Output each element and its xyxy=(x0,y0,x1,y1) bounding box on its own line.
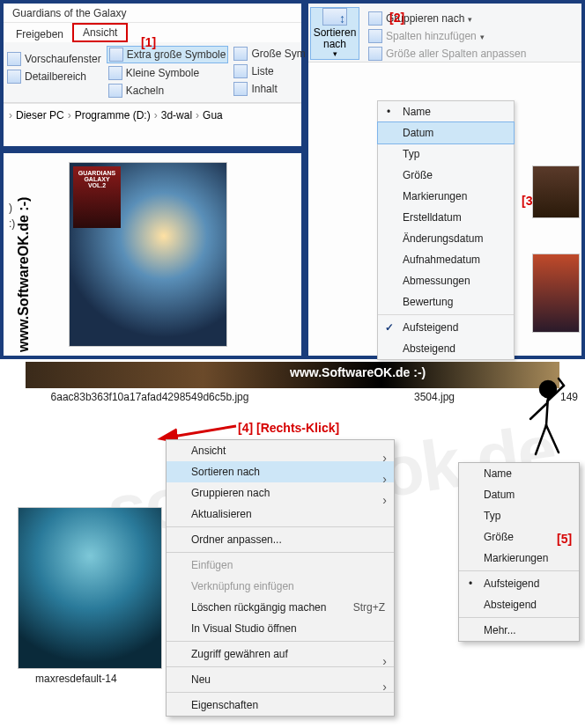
separator xyxy=(378,314,514,315)
chevron-right-icon: › xyxy=(154,109,158,121)
sort-descending[interactable]: Absteigend xyxy=(378,338,514,359)
separator xyxy=(167,641,394,642)
thumbnail-groot-2[interactable] xyxy=(18,507,162,669)
chevron-right-icon: › xyxy=(196,109,199,121)
ctx-undo-delete[interactable]: Löschen rückgängig machenStrg+Z xyxy=(167,597,394,618)
crumb-folder[interactable]: 3d-wal xyxy=(161,109,192,121)
ctx2-ascending[interactable]: Aufsteigend xyxy=(459,573,579,594)
sm-icon xyxy=(108,66,122,80)
thumbnail-groot[interactable]: GUARDIANS GALAXY VOL.2 xyxy=(69,162,227,347)
tile-icon xyxy=(108,84,122,98)
sort-ascending[interactable]: Aufsteigend xyxy=(378,317,514,338)
ctx-group[interactable]: Gruppieren nach xyxy=(167,482,394,504)
autosize-columns-button[interactable]: Größe aller Spalten anpassen xyxy=(367,46,528,62)
tab-freigeben[interactable]: Freigeben xyxy=(7,26,72,42)
view-small[interactable]: Kleine Symbole xyxy=(107,65,229,81)
sort-rating[interactable]: Bewertung xyxy=(378,291,514,313)
annotation-2: [2] xyxy=(389,11,404,25)
sort-by-button[interactable]: Sortieren nach▾ xyxy=(310,7,359,60)
separator xyxy=(167,666,394,667)
sort-size[interactable]: Größe xyxy=(378,165,514,186)
thumbnail-strip[interactable]: www.SoftwareOK.de :-) xyxy=(26,362,559,388)
ctx-open-vs[interactable]: In Visual Studio öffnen xyxy=(167,618,394,639)
separator xyxy=(167,552,394,553)
crumb-pc[interactable]: Dieser PC xyxy=(16,109,64,121)
xl-icon xyxy=(109,48,123,62)
separator xyxy=(459,617,579,618)
poster-logo: GUARDIANS GALAXY VOL.2 xyxy=(76,170,118,188)
sidebar-fragment: ) :) xyxy=(9,202,15,233)
ctx-customize-folder[interactable]: Ordner anpassen... xyxy=(167,529,394,550)
ribbon-body: Vorschaufenster Detailbereich Extra groß… xyxy=(4,42,301,103)
preview-pane-toggle[interactable]: Vorschaufenster xyxy=(5,51,103,67)
window-titlebar: Guardians of the Galaxy xyxy=(4,4,301,23)
sort-created[interactable]: Erstelldatum xyxy=(378,207,514,228)
group-icon xyxy=(368,11,382,26)
sort-tags[interactable]: Markierungen xyxy=(378,186,514,207)
tab-ansicht[interactable]: Ansicht xyxy=(72,23,128,42)
crumb-sub[interactable]: Gua xyxy=(203,109,223,121)
separator xyxy=(167,692,394,693)
preview-icon xyxy=(7,52,21,66)
caret-down-icon xyxy=(468,12,472,25)
ctx2-descending[interactable]: Absteigend xyxy=(459,594,579,615)
file-caption-4: maxresdefault-14 xyxy=(35,673,117,685)
watermark-strip: www.SoftwareOK.de :-) xyxy=(290,365,426,379)
ctx-paste: Einfügen xyxy=(167,555,394,576)
ctx-give-access[interactable]: Zugriff gewähren auf xyxy=(167,643,394,665)
ctx2-tags[interactable]: Markierungen xyxy=(459,548,579,569)
sort-name[interactable]: Name xyxy=(378,101,514,122)
file-caption-2: 3504.jpg xyxy=(414,391,455,403)
ribbon-sort-area: Sortieren nach▾ Gruppieren nach Spalten … xyxy=(308,4,581,63)
annotation-1: [1] xyxy=(141,35,156,49)
panes-group: Vorschaufenster Detailbereich xyxy=(5,46,103,99)
breadcrumb[interactable]: › Dieser PC › Programme (D:) › 3d-wal › … xyxy=(4,103,301,126)
thumbnail-side-1[interactable] xyxy=(532,165,580,218)
sort-taken[interactable]: Aufnahmedatum xyxy=(378,249,514,270)
content-icon xyxy=(233,82,248,96)
ctx2-name[interactable]: Name xyxy=(459,463,579,484)
details-icon xyxy=(7,70,21,84)
separator xyxy=(459,570,579,571)
context-menu: Ansicht Sortieren nach Gruppieren nach A… xyxy=(166,439,395,717)
ctx-new[interactable]: Neu xyxy=(167,669,394,690)
add-columns-button[interactable]: Spalten hinzufügen xyxy=(367,28,528,44)
view-extra-large[interactable]: Extra große Symbole xyxy=(107,46,229,63)
ctx-properties[interactable]: Eigenschaften xyxy=(167,695,394,716)
ctx2-more[interactable]: Mehr... xyxy=(459,620,579,641)
autosize-icon xyxy=(368,47,382,61)
chevron-right-icon: › xyxy=(68,109,71,121)
ctx-refresh[interactable]: Aktualisieren xyxy=(167,504,394,525)
sort-modified[interactable]: Änderungsdatum xyxy=(378,228,514,249)
context-submenu-sort: Name Datum Typ Größe Markierungen Aufste… xyxy=(458,462,580,642)
file-caption-1: 6aac83b363f10a17afad4298549d6c5b.jpg xyxy=(35,391,264,403)
annotation-5: [5] xyxy=(557,532,572,546)
ctx-view[interactable]: Ansicht xyxy=(167,440,394,461)
view-tiles[interactable]: Kacheln xyxy=(107,83,229,99)
addcol-icon xyxy=(368,29,382,43)
separator xyxy=(167,526,394,527)
thumbnail-side-2[interactable] xyxy=(532,254,580,333)
ribbon-frame: Guardians of the Galaxy Freigeben Ansich… xyxy=(0,0,305,150)
sort-date[interactable]: Datum xyxy=(378,122,514,143)
window-title: Guardians of the Galaxy xyxy=(12,7,126,19)
lg-icon xyxy=(233,47,248,61)
ctx2-date[interactable]: Datum xyxy=(459,484,579,505)
thumbnails-frame: ) :) GUARDIANS GALAXY VOL.2 xyxy=(0,150,305,359)
view-layout-group: Extra große Symbole Kleine Symbole Kache… xyxy=(107,46,229,99)
svg-line-1 xyxy=(173,426,236,437)
sort-dimensions[interactable]: Abmessungen xyxy=(378,270,514,291)
sort-icon xyxy=(322,8,347,26)
crumb-drive[interactable]: Programme (D:) xyxy=(75,109,151,121)
ctx-paste-shortcut: Verknüpfung einfügen xyxy=(167,576,394,597)
shortcut-label: Strg+Z xyxy=(353,601,385,614)
sort-type[interactable]: Typ xyxy=(378,143,514,165)
list-icon xyxy=(233,64,248,78)
watermark-side: www.SoftwareOK.de :-) xyxy=(16,197,32,352)
annotation-4: [4] [Rechts-Klick] xyxy=(238,421,339,435)
ctx-sort[interactable]: Sortieren nach xyxy=(167,461,394,482)
sort-dropdown: Name Datum Typ Größe Markierungen Erstel… xyxy=(377,100,515,360)
details-pane-toggle[interactable]: Detailbereich xyxy=(5,69,103,85)
ctx2-type[interactable]: Typ xyxy=(459,505,579,526)
caret-down-icon xyxy=(480,30,485,42)
